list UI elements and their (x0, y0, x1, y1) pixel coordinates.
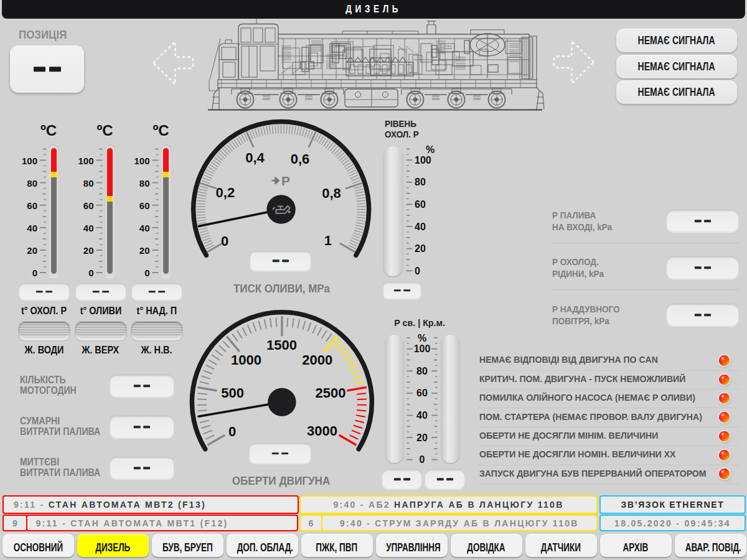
svg-text:1000: 1000 (231, 352, 261, 368)
svg-text:0: 0 (228, 424, 236, 439)
svg-text:2000: 2000 (302, 352, 332, 368)
svg-text:0,8: 0,8 (322, 185, 341, 201)
svg-text:0,6: 0,6 (291, 151, 310, 167)
svg-text:2500: 2500 (316, 385, 346, 401)
svg-text:P: P (281, 174, 290, 188)
svg-text:3000: 3000 (307, 423, 337, 439)
svg-text:0,2: 0,2 (216, 185, 235, 200)
svg-text:1: 1 (324, 233, 332, 248)
svg-text:500: 500 (221, 385, 244, 401)
svg-text:0,4: 0,4 (245, 150, 265, 166)
svg-text:1500: 1500 (266, 337, 297, 353)
svg-text:0: 0 (221, 233, 228, 249)
